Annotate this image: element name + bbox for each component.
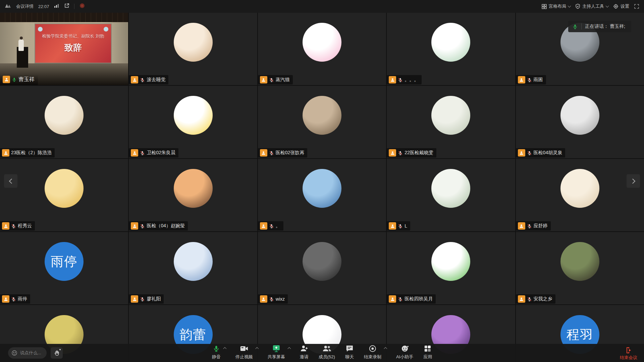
members-button[interactable]: 成员(52) (319, 344, 335, 361)
participant-tile[interactable]: 医检（04）赵婉莹 (129, 159, 257, 231)
host-badge-icon (389, 76, 396, 83)
participant-name: 雨困 (534, 77, 543, 83)
mic-status-icon (11, 297, 16, 302)
fullscreen-icon (634, 4, 639, 9)
participant-tile[interactable]: wixz (258, 232, 386, 304)
participant-name-pill: 22医检戴晓雯 (387, 148, 436, 158)
avatar (303, 169, 341, 208)
participant-tile[interactable]: 应舒婷 (516, 159, 644, 231)
stop-video-button[interactable]: 停止视频 (235, 344, 253, 361)
avatar (174, 96, 213, 135)
chevron-up-icon[interactable] (287, 347, 291, 351)
ai-assistant-button[interactable]: AI小助手 (396, 344, 413, 361)
invite-button[interactable]: 邀请 (300, 344, 309, 361)
participant-tile[interactable]: 23医检（2）陈浩浩 (0, 86, 128, 158)
mic-status-icon (12, 77, 17, 82)
stage-led-screen: 检验学院党委书记、副院长 刘勃 致辞 (35, 23, 111, 63)
host-badge-icon (260, 222, 267, 230)
participant-tile[interactable]: 。 (258, 159, 386, 231)
avatar (431, 23, 470, 62)
participant-tile[interactable]: 雨停 雨停 (0, 232, 128, 304)
participant-name-pill: wixz (258, 294, 288, 304)
stop-recording-button[interactable]: 结束录制 (364, 344, 381, 361)
slide-logo (38, 27, 43, 32)
layout-switcher[interactable]: 宫格布局 (542, 3, 571, 9)
participant-tile[interactable]: 卫检02朱良晨 (129, 86, 257, 158)
chat-quick-input[interactable]: 说点什么... (8, 347, 47, 359)
ai-assistant-icon (401, 345, 409, 352)
slide-title: 检验学院党委书记、副院长 刘勃 (42, 33, 104, 39)
participant-name: 廖礼阳 (147, 296, 161, 302)
chevron-up-icon[interactable] (384, 347, 387, 351)
mic-status-icon (140, 77, 145, 82)
stage-ceiling (0, 13, 128, 22)
host-badge-icon (389, 149, 396, 157)
participant-name: 蒸汽猫 (276, 77, 290, 83)
mute-button[interactable]: 静音 (212, 344, 221, 361)
emoji-icon (11, 350, 17, 356)
chevron-up-icon[interactable] (223, 347, 226, 351)
recording-indicator-icon[interactable] (79, 3, 85, 10)
grid-layout-icon (542, 4, 547, 9)
avatar (174, 169, 213, 208)
share-screen-icon (272, 345, 280, 352)
mic-status-icon (398, 77, 403, 82)
host-badge-icon (518, 76, 525, 83)
slide-subtitle: 致辞 (64, 42, 82, 54)
participant-tile[interactable]: 程秀云 (0, 159, 128, 231)
chat-button[interactable]: 聊天 (345, 344, 354, 361)
banner-divider (581, 23, 582, 29)
participant-name: 医检四班吴月 (405, 296, 433, 302)
participant-tile[interactable]: 安我之乡 (516, 232, 644, 304)
mic-status-icon (398, 224, 403, 229)
next-page-button[interactable] (627, 174, 640, 188)
apps-label: 应用 (423, 354, 432, 360)
participant-name-pill: 23医检（2）陈浩浩 (0, 148, 55, 158)
stop-video-label: 停止视频 (235, 354, 253, 360)
participant-name-pill: 。 (258, 221, 283, 231)
network-signal-icon[interactable] (54, 3, 59, 9)
participant-name-pill: 医检（04）赵婉莹 (129, 221, 188, 231)
share-window-icon[interactable] (64, 3, 69, 10)
participant-tile[interactable]: 蒸汽猫 (258, 13, 386, 85)
participant-tile[interactable]: 滚去睡觉 (129, 13, 257, 85)
participant-name-pill: 廖礼阳 (129, 294, 164, 304)
speaking-banner-text: 正在讲话： 曹玉祥; (585, 23, 625, 29)
participant-tile[interactable]: 廖礼阳 (129, 232, 257, 304)
host-tools-menu[interactable]: 主持人工具 (575, 3, 608, 9)
participant-name-pill: 医检02张歆苒 (258, 148, 308, 158)
host-badge-icon (260, 76, 267, 83)
host-badge-icon (2, 295, 9, 303)
share-screen-button[interactable]: 共享屏幕 (268, 344, 285, 361)
participant-tile[interactable]: 22医检戴晓雯 (387, 86, 515, 158)
avatar (560, 169, 599, 208)
avatar-initials: 韵蕾 (180, 326, 207, 343)
meeting-details-link[interactable]: 会议详情 (16, 3, 34, 9)
mic-status-icon (527, 77, 532, 82)
fullscreen-button[interactable] (634, 4, 639, 9)
stop-recording-label: 结束录制 (364, 354, 381, 360)
chevron-up-icon[interactable] (255, 347, 259, 351)
apps-button[interactable]: 应用 (423, 344, 432, 361)
settings-button[interactable]: 设置 (613, 3, 629, 9)
app-logo-icon (5, 3, 11, 10)
participant-tile[interactable]: 检验学院党委书记、副院长 刘勃 致辞 曹玉祥 (0, 13, 128, 85)
prev-page-button[interactable] (4, 174, 17, 188)
participant-name: 应舒婷 (534, 223, 548, 229)
participant-name: 。 (276, 223, 280, 229)
host-tools-label: 主持人工具 (582, 3, 604, 9)
participant-grid: 检验学院党委书记、副院长 刘勃 致辞 曹玉祥 (0, 13, 644, 362)
participant-tile[interactable]: 医检02张歆苒 (258, 86, 386, 158)
mic-status-icon (269, 224, 274, 229)
layout-switcher-label: 宫格布局 (549, 3, 566, 9)
header-bar: 会议详情 22:07 宫格布局 主持人工具 (0, 0, 644, 13)
participant-tile[interactable]: 医检四班吴月 (387, 232, 515, 304)
mic-icon (213, 345, 220, 352)
raise-hand-button[interactable] (51, 347, 63, 359)
participant-tile[interactable]: 医检04胡灵泉 (516, 86, 644, 158)
end-meeting-button[interactable]: 结束会议 (620, 347, 637, 361)
chat-label: 聊天 (345, 354, 354, 360)
participant-tile[interactable]: 。。。 (387, 13, 515, 85)
participant-tile[interactable]: L (387, 159, 515, 231)
participant-name-pill: 蒸汽猫 (258, 75, 293, 84)
